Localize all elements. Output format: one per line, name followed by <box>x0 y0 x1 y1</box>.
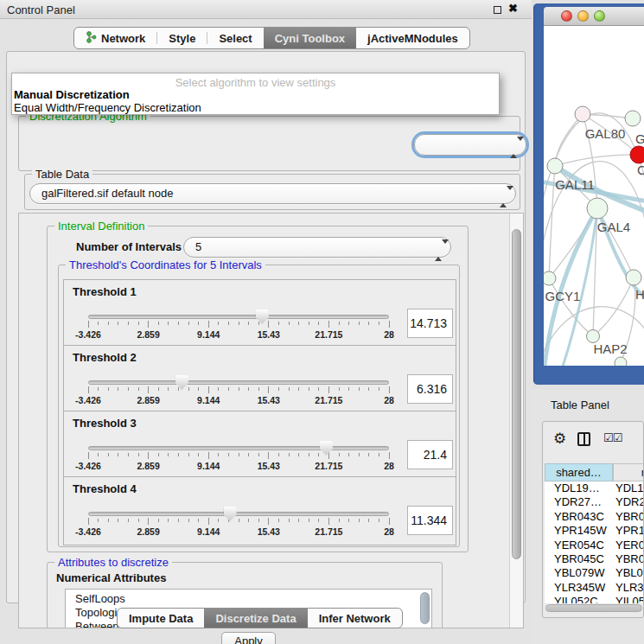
GCY1-node[interactable] <box>544 271 556 285</box>
column-header-name[interactable]: na <box>613 463 643 481</box>
tick-label: 9.144 <box>188 329 228 340</box>
slider-track[interactable] <box>88 380 389 385</box>
apply-button[interactable]: Apply <box>221 632 276 644</box>
slider-tick <box>389 452 390 459</box>
algorithm-dropdown-popup: Select algorithm to view settings Manual… <box>11 73 500 115</box>
attribute-list-item[interactable]: SelfLoops <box>66 592 431 606</box>
table-row[interactable]: YDR27…YDR27 <box>545 495 643 509</box>
table-row[interactable]: YBR045CYBR04 <box>545 552 643 566</box>
slider-thumb[interactable] <box>224 507 237 521</box>
cell-name[interactable]: YIL05 <box>615 595 643 603</box>
slider-tick <box>309 453 309 456</box>
node-attribute-table[interactable]: shared… na YDL19…YDL19YDR27…YDR27YBR043C… <box>545 463 643 603</box>
threshold-value-field[interactable]: 6.316 <box>407 374 453 404</box>
algorithm-option[interactable]: Manual Discretization <box>14 88 130 101</box>
slider-tick <box>158 387 159 391</box>
settings-vertical-scrollbar[interactable] <box>509 214 523 628</box>
algorithm-combo[interactable] <box>414 134 526 156</box>
column-header-shared-name[interactable]: shared… <box>545 463 613 481</box>
table-panel-title: Table Panel <box>551 399 609 411</box>
slider-tick <box>289 387 290 391</box>
node-bottom-partial[interactable] <box>615 357 627 366</box>
threshold-value-field[interactable]: 11.344 <box>407 506 453 535</box>
cell-name[interactable]: YDR27 <box>615 495 643 509</box>
cell-shared-name[interactable]: YBR043C <box>545 510 615 524</box>
slider-tick <box>289 519 290 522</box>
table-row[interactable]: YPR145WYPR14 <box>545 524 643 538</box>
threshold-value-field[interactable]: 14.713 <box>407 309 453 338</box>
cell-shared-name[interactable]: YDR27… <box>545 495 615 509</box>
tab-label: Select <box>219 32 252 45</box>
threshold-value-field[interactable]: 21.4 <box>407 440 453 469</box>
cell-name[interactable]: YPR14 <box>615 524 643 538</box>
tab-select[interactable]: Select <box>207 28 263 48</box>
table-panel: Table Panel ⚙ ☑☑ shared… na YDL19…YDL19Y… <box>532 389 644 644</box>
threshold-panel: Threshold 2-3.4262.8599.14415.4321.71528… <box>64 346 456 411</box>
table-row[interactable]: YDL19…YDL19 <box>545 481 643 495</box>
slider-track[interactable] <box>88 446 389 450</box>
tab-cyni-toolbox[interactable]: Cyni Toolbox <box>264 28 356 48</box>
cell-shared-name[interactable]: YIL052C <box>545 595 615 603</box>
slider-tick <box>239 519 239 522</box>
cell-shared-name[interactable]: YER054C <box>545 539 615 552</box>
close-icon[interactable]: ✖ <box>508 2 518 15</box>
table-row[interactable]: YER054CYER05 <box>545 539 643 552</box>
table-data-combo[interactable]: galFiltered.sif default node <box>29 183 516 204</box>
gear-icon[interactable]: ⚙ <box>553 430 566 448</box>
slider-track[interactable] <box>88 315 389 319</box>
slider-tick <box>108 519 109 522</box>
tab-jactivemnodules[interactable]: jActiveMNodules <box>356 28 469 48</box>
GAL11-node[interactable] <box>547 158 563 174</box>
network-view-window: GAL80GACGAL11GAL4GCY1HHAP2 <box>533 3 644 385</box>
cell-name[interactable]: YBL07 <box>615 566 643 580</box>
table-row[interactable]: YBR043CYBR04 <box>545 510 643 524</box>
slider-tick <box>289 453 290 456</box>
minimize-traffic-light-icon[interactable] <box>577 10 589 22</box>
scrollbar-thumb[interactable] <box>512 229 521 559</box>
slider-tick <box>298 387 299 391</box>
slider-tick <box>208 452 209 459</box>
cell-shared-name[interactable]: YBL079W <box>545 566 615 580</box>
table-row[interactable]: YLR345WYLR34 <box>545 581 643 595</box>
GAL80-node[interactable] <box>575 106 590 122</box>
tab-impute-data[interactable]: Impute Data <box>118 609 204 628</box>
node-right-mid[interactable] <box>626 270 641 285</box>
tab-style[interactable]: Style <box>157 28 207 48</box>
column-layout-icon[interactable] <box>577 432 590 446</box>
threshold-label: Threshold 4 <box>73 482 137 495</box>
slider-track[interactable] <box>88 512 389 516</box>
cell-name[interactable]: YBR04 <box>615 510 643 524</box>
attributes-list-scrollbar[interactable] <box>420 592 430 624</box>
cell-name[interactable]: YER05 <box>615 539 643 552</box>
table-row[interactable]: YBL079WYBL07 <box>545 566 643 580</box>
GAL4-node[interactable] <box>587 198 608 219</box>
red-node[interactable] <box>630 146 644 163</box>
tab-discretize-data[interactable]: Discretize Data <box>204 609 307 628</box>
algorithm-option[interactable]: Equal Width/Frequency Discretization <box>14 101 201 114</box>
slider-tick <box>98 453 99 456</box>
close-traffic-light-icon[interactable] <box>561 10 572 22</box>
cell-name[interactable]: YDL19 <box>615 481 643 495</box>
table-row[interactable]: YIL052CYIL05 <box>545 595 643 603</box>
zoom-traffic-light-icon[interactable] <box>594 10 605 22</box>
number-of-intervals-combo[interactable]: 5 <box>183 237 451 258</box>
float-window-icon[interactable] <box>494 6 501 14</box>
slider-tick <box>218 322 219 325</box>
cell-shared-name[interactable]: YPR145W <box>545 524 615 538</box>
network-canvas[interactable]: GAL80GACGAL11GAL4GCY1HHAP2 <box>544 26 644 366</box>
slider-thumb[interactable] <box>320 441 333 456</box>
table-horizontal-scrollbar[interactable] <box>545 604 642 612</box>
cell-name[interactable]: YBR04 <box>615 552 643 566</box>
slider-tick <box>88 386 89 393</box>
tick-label: 15.43 <box>249 329 289 340</box>
cell-shared-name[interactable]: YDL19… <box>545 481 615 495</box>
tab-network[interactable]: Network <box>74 28 156 48</box>
cell-name[interactable]: YLR34 <box>615 581 643 595</box>
tab-infer-network[interactable]: Infer Network <box>308 609 402 628</box>
slider-tick <box>389 386 390 393</box>
cell-shared-name[interactable]: YLR345W <box>545 581 615 595</box>
node-top-right[interactable] <box>625 111 641 126</box>
thresholds-container: Threshold 1-3.4262.8599.14415.4321.71528… <box>63 279 456 545</box>
checkbox-icons[interactable]: ☑☑ <box>603 431 622 444</box>
cell-shared-name[interactable]: YBR045C <box>545 552 615 566</box>
